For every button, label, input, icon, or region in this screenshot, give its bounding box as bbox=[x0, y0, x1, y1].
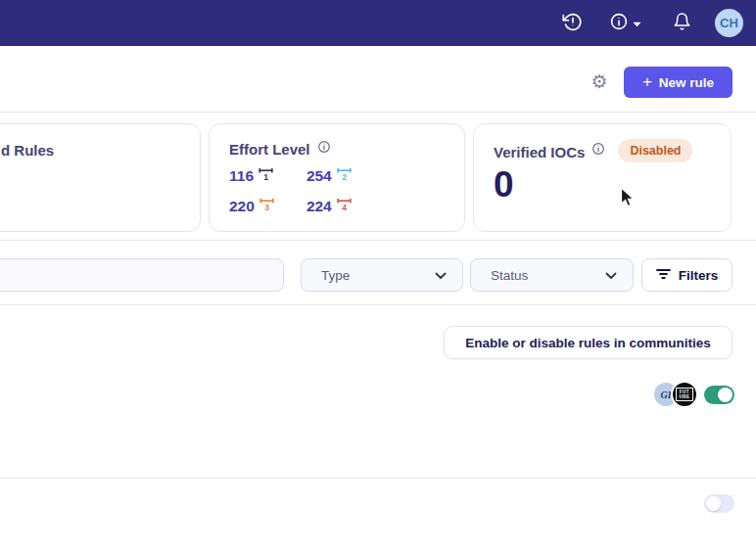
chevron-down-icon bbox=[435, 266, 447, 284]
gear-icon: ⚙ bbox=[591, 71, 607, 92]
history-button[interactable] bbox=[552, 8, 591, 39]
disabled-badge: Disabled bbox=[618, 139, 692, 162]
enable-disable-communities-button[interactable]: Enable or disable rules in communities bbox=[444, 326, 732, 359]
top-navbar: CH bbox=[0, 0, 756, 46]
svg-text:1: 1 bbox=[263, 172, 268, 181]
avatar-text-line1: FUT bbox=[680, 390, 689, 394]
svg-text:2: 2 bbox=[342, 172, 347, 181]
info-icon[interactable] bbox=[317, 140, 331, 154]
effort-level-2-icon: 2 bbox=[337, 166, 354, 185]
chevron-down-icon bbox=[633, 16, 641, 30]
row-divider bbox=[0, 478, 756, 479]
history-icon bbox=[562, 12, 583, 35]
effort-stat-level-3: 220 3 bbox=[229, 197, 277, 215]
effort-stats: 116 1 254 2 bbox=[229, 166, 445, 215]
footer-rule-toggle[interactable] bbox=[704, 494, 734, 513]
user-avatar[interactable]: CH bbox=[715, 9, 743, 37]
community-rule-toggle[interactable] bbox=[704, 386, 734, 404]
info-icon bbox=[609, 12, 629, 34]
type-select[interactable]: Type bbox=[301, 258, 463, 292]
effort-stat-level-2: 254 2 bbox=[307, 166, 354, 185]
new-rule-button[interactable]: + New rule bbox=[624, 67, 732, 98]
notifications-button[interactable] bbox=[660, 8, 703, 39]
stat-value: 254 bbox=[307, 167, 332, 185]
stat-value: 220 bbox=[229, 198, 255, 215]
ioc-count: 0 bbox=[494, 166, 711, 203]
avatar-text-line2: URE bbox=[679, 394, 689, 399]
svg-text:4: 4 bbox=[342, 203, 347, 211]
filter-divider bbox=[0, 304, 756, 305]
toggle-knob bbox=[706, 496, 721, 511]
search-input[interactable] bbox=[0, 258, 284, 292]
effort-level-card: Effort Level 116 1 bbox=[209, 123, 465, 232]
effort-level-4-icon: 4 bbox=[337, 197, 354, 215]
filter-icon bbox=[656, 267, 671, 283]
settings-gear-button[interactable]: ⚙ bbox=[589, 71, 610, 93]
effort-stat-level-4: 224 4 bbox=[307, 197, 354, 215]
filters-button[interactable]: Filters bbox=[641, 258, 732, 292]
stat-value: 224 bbox=[307, 198, 332, 215]
status-select[interactable]: Status bbox=[470, 258, 634, 292]
status-select-label: Status bbox=[491, 268, 528, 283]
effort-level-1-icon: 1 bbox=[259, 166, 276, 185]
rules-stat-card: d Rules bbox=[0, 123, 201, 232]
rules-page: CH ⚙ + New rule d Rules Effort Level 116 bbox=[0, 0, 756, 550]
header-divider bbox=[0, 112, 756, 113]
cards-divider bbox=[0, 240, 756, 241]
stat-value: 116 bbox=[229, 167, 254, 185]
bell-icon bbox=[673, 12, 691, 34]
verified-iocs-title: Verified IOCs bbox=[494, 144, 585, 160]
effort-level-title: Effort Level bbox=[229, 141, 310, 158]
community-avatar-future: FUT URE bbox=[671, 381, 698, 408]
toggle-knob bbox=[718, 388, 732, 402]
effort-level-3-icon: 3 bbox=[260, 197, 277, 215]
plus-icon: + bbox=[642, 73, 652, 90]
new-rule-label: New rule bbox=[659, 75, 714, 90]
info-menu-button[interactable] bbox=[599, 8, 650, 39]
effort-stat-level-1: 116 1 bbox=[229, 166, 277, 185]
type-select-label: Type bbox=[321, 268, 350, 283]
info-icon[interactable] bbox=[591, 142, 605, 156]
filters-button-label: Filters bbox=[679, 268, 719, 283]
chevron-down-icon bbox=[605, 266, 617, 284]
rules-card-title: d Rules bbox=[1, 142, 54, 159]
svg-text:3: 3 bbox=[264, 203, 269, 211]
verified-iocs-card: Verified IOCs Disabled 0 bbox=[473, 123, 732, 232]
